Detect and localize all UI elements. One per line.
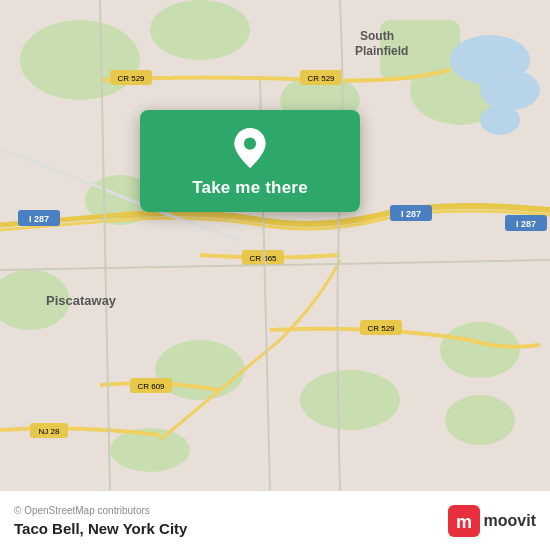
svg-point-44	[244, 138, 256, 150]
card-green-area: Take me there	[140, 110, 360, 212]
bottom-bar: © OpenStreetMap contributors Taco Bell, …	[0, 490, 550, 550]
svg-text:NJ 28: NJ 28	[39, 427, 60, 436]
map-container: I 287 I 287 I 287 CR 529 CR 529 CR 529 C…	[0, 0, 550, 490]
moovit-icon: m	[448, 505, 480, 537]
map-background: I 287 I 287 I 287 CR 529 CR 529 CR 529 C…	[0, 0, 550, 490]
navigation-card: Take me there	[140, 110, 360, 212]
svg-point-10	[440, 322, 520, 378]
bottom-left-info: © OpenStreetMap contributors Taco Bell, …	[14, 505, 187, 537]
svg-text:CR 665: CR 665	[249, 254, 277, 263]
svg-text:CR 529: CR 529	[307, 74, 335, 83]
svg-text:I 287: I 287	[516, 219, 536, 229]
svg-text:Plainfield: Plainfield	[355, 44, 408, 58]
svg-text:I 287: I 287	[29, 214, 49, 224]
svg-point-11	[445, 395, 515, 445]
svg-text:South: South	[360, 29, 394, 43]
copyright-text: © OpenStreetMap contributors	[14, 505, 187, 516]
location-pin-icon	[230, 128, 270, 168]
svg-text:I 287: I 287	[401, 209, 421, 219]
take-me-there-button[interactable]: Take me there	[192, 178, 308, 198]
svg-text:CR 529: CR 529	[367, 324, 395, 333]
svg-point-1	[20, 20, 140, 100]
svg-point-2	[150, 0, 250, 60]
moovit-logo: m moovit	[448, 505, 536, 537]
moovit-label: moovit	[484, 512, 536, 530]
location-title: Taco Bell, New York City	[14, 520, 187, 537]
svg-text:CR 609: CR 609	[137, 382, 165, 391]
svg-text:Piscataway: Piscataway	[46, 293, 117, 308]
svg-point-9	[300, 370, 400, 430]
svg-point-15	[480, 105, 520, 135]
svg-text:CR 529: CR 529	[117, 74, 145, 83]
svg-point-14	[480, 70, 540, 110]
svg-text:m: m	[456, 512, 472, 532]
